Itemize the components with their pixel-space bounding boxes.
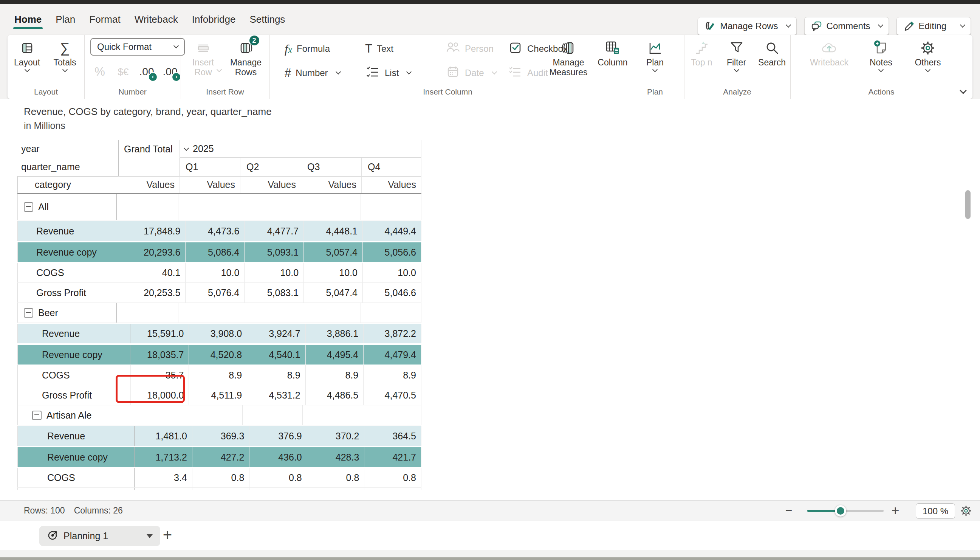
manage-rows-ribbon-button[interactable]: 2 Manage Rows bbox=[225, 35, 267, 77]
table-row[interactable]: COGS3.40.80.80.80.8 bbox=[17, 468, 422, 488]
menu-tab-format[interactable]: Format bbox=[89, 13, 120, 29]
empty-cell[interactable] bbox=[361, 194, 422, 220]
value-cell[interactable]: 5,093.1 bbox=[244, 242, 304, 262]
row-label[interactable]: Revenue copy bbox=[17, 447, 135, 467]
value-cell[interactable]: 10.0 bbox=[186, 263, 244, 282]
empty-cell[interactable] bbox=[117, 194, 178, 220]
comments-button[interactable]: Comments bbox=[804, 17, 889, 35]
decrease-decimal-button[interactable]: .00 ‹ bbox=[135, 66, 158, 78]
value-cell[interactable]: 4,477.7 bbox=[244, 221, 304, 241]
zoom-out-button[interactable]: − bbox=[783, 501, 794, 521]
menu-tab-home[interactable]: Home bbox=[14, 13, 42, 29]
value-cell[interactable]: 5,047.4 bbox=[304, 283, 363, 302]
others-button[interactable]: Others bbox=[909, 35, 947, 73]
group-label-cell[interactable]: Beer bbox=[17, 303, 117, 323]
value-cell[interactable]: 435.2 bbox=[249, 488, 307, 490]
value-cell[interactable]: 4,531.2 bbox=[247, 385, 306, 405]
table-row[interactable]: Revenue copy1,713.2427.2436.0428.3421.7 bbox=[17, 447, 422, 468]
value-cell[interactable]: 427.2 bbox=[193, 447, 250, 467]
row-label[interactable]: Gross Profit bbox=[17, 283, 126, 302]
group-row[interactable]: Beer bbox=[17, 303, 422, 323]
quarter-header-q3[interactable]: Q3 bbox=[301, 158, 361, 176]
empty-cell[interactable] bbox=[178, 194, 239, 220]
filter-button[interactable]: Filter bbox=[720, 35, 753, 73]
vertical-scrollbar-thumb[interactable] bbox=[965, 190, 970, 219]
value-cell[interactable]: 3,872.2 bbox=[364, 324, 422, 343]
empty-cell[interactable] bbox=[362, 405, 422, 425]
value-cell[interactable]: 369.3 bbox=[193, 426, 250, 446]
table-row[interactable]: Gross Profit20,253.55,076.45,083.15,047.… bbox=[17, 283, 422, 303]
value-cell[interactable]: 4,495.4 bbox=[306, 345, 364, 365]
value-cell[interactable]: 10.0 bbox=[244, 263, 304, 282]
quick-format-dropdown[interactable]: Quick Format bbox=[90, 38, 185, 56]
value-cell[interactable]: 364.5 bbox=[364, 426, 422, 446]
notes-button[interactable]: Notes bbox=[862, 35, 900, 73]
value-cell[interactable]: 0.8 bbox=[249, 468, 307, 487]
table-row[interactable]: Gross Profit18,000.04,511.94,531.24,486.… bbox=[17, 385, 422, 405]
collapse-year-chevron-icon[interactable] bbox=[184, 145, 189, 150]
value-cell[interactable]: 0.8 bbox=[364, 468, 422, 487]
plan-button[interactable]: Plan bbox=[636, 35, 674, 73]
empty-cell[interactable] bbox=[239, 303, 301, 323]
value-cell[interactable]: 3.4 bbox=[135, 468, 193, 487]
value-cell[interactable]: 428.3 bbox=[307, 447, 365, 467]
quarter-header-q1[interactable]: Q1 bbox=[179, 158, 240, 176]
value-cell[interactable]: 426.4 bbox=[193, 488, 250, 490]
value-cell[interactable]: 18,000.0 bbox=[130, 385, 189, 405]
search-button[interactable]: Search bbox=[755, 35, 789, 73]
group-row[interactable]: All bbox=[17, 194, 422, 220]
row-label[interactable]: COGS bbox=[17, 365, 130, 385]
text-button[interactable]: T Text bbox=[365, 40, 394, 57]
menu-tab-plan[interactable]: Plan bbox=[56, 13, 75, 29]
value-cell[interactable]: 10.0 bbox=[363, 263, 422, 282]
value-cell[interactable]: 4,449.4 bbox=[363, 221, 422, 241]
year-2025-header[interactable]: 2025 bbox=[179, 140, 422, 158]
value-cell[interactable]: 3,908.0 bbox=[189, 324, 247, 343]
value-cell[interactable]: 1,481.0 bbox=[135, 426, 193, 446]
value-cell[interactable]: 421.7 bbox=[364, 447, 422, 467]
empty-cell[interactable] bbox=[117, 303, 178, 323]
value-cell[interactable]: 15,591.0 bbox=[130, 324, 189, 343]
menu-tab-infobridge[interactable]: Infobridge bbox=[192, 13, 236, 29]
value-cell[interactable]: 5,076.4 bbox=[186, 283, 244, 302]
value-cell[interactable]: 5,056.6 bbox=[363, 242, 422, 262]
value-cell[interactable]: 4,511.9 bbox=[189, 385, 247, 405]
value-cell[interactable]: 1,713.2 bbox=[135, 447, 193, 467]
value-cell[interactable]: 4,540.1 bbox=[247, 345, 306, 365]
value-cell[interactable]: 427.5 bbox=[307, 488, 365, 490]
list-button[interactable]: List bbox=[365, 64, 411, 82]
value-cell[interactable]: 3,924.7 bbox=[247, 324, 306, 343]
settings-gear-icon[interactable] bbox=[959, 504, 973, 519]
empty-cell[interactable] bbox=[300, 194, 361, 220]
row-label[interactable]: Revenue copy bbox=[17, 345, 130, 365]
value-cell[interactable]: 1,709.8 bbox=[135, 488, 193, 490]
menu-tab-settings[interactable]: Settings bbox=[249, 13, 285, 29]
empty-cell[interactable] bbox=[303, 405, 362, 425]
group-label-cell[interactable]: Artisan Ale bbox=[17, 405, 123, 425]
value-cell[interactable]: 40.1 bbox=[126, 263, 186, 282]
value-cell[interactable]: 4,486.5 bbox=[306, 385, 364, 405]
empty-cell[interactable] bbox=[239, 194, 301, 220]
empty-cell[interactable] bbox=[361, 303, 422, 323]
value-cell[interactable]: 0.8 bbox=[193, 468, 250, 487]
table-row[interactable]: COGS35.78.98.98.98.9 bbox=[17, 365, 422, 385]
menu-tab-writeback[interactable]: Writeback bbox=[135, 13, 178, 29]
value-cell[interactable]: 8.9 bbox=[247, 365, 306, 385]
value-cell[interactable]: 4,479.4 bbox=[364, 345, 422, 365]
empty-cell[interactable] bbox=[183, 405, 243, 425]
add-sheet-button[interactable]: + bbox=[158, 523, 177, 547]
value-cell[interactable]: 0.8 bbox=[307, 468, 365, 487]
value-cell[interactable]: 4,520.8 bbox=[189, 345, 247, 365]
collapse-minus-icon[interactable] bbox=[24, 308, 33, 318]
empty-cell[interactable] bbox=[178, 303, 239, 323]
row-label[interactable]: COGS bbox=[17, 468, 135, 487]
value-cell[interactable]: 376.9 bbox=[249, 426, 307, 446]
sheet-tab-caret-icon[interactable] bbox=[147, 534, 153, 538]
table-row[interactable]: Gross Profit1,709.8426.4435.2427.5420.8 bbox=[17, 488, 422, 490]
value-cell[interactable]: 20,293.6 bbox=[126, 242, 186, 262]
value-cell[interactable]: 370.2 bbox=[307, 426, 365, 446]
row-label[interactable]: Revenue bbox=[17, 324, 130, 343]
empty-cell[interactable] bbox=[123, 405, 183, 425]
number-button[interactable]: # Number bbox=[285, 64, 340, 82]
value-cell[interactable]: 436.0 bbox=[249, 447, 307, 467]
